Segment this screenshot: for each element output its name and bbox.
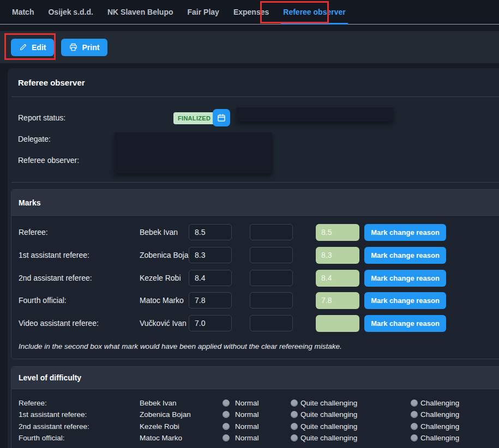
redaction-bar <box>236 107 393 122</box>
second-mark-input[interactable] <box>250 224 293 240</box>
option-normal-label: Normal <box>235 421 259 432</box>
edit-button[interactable]: Edit <box>11 39 54 56</box>
official-name: Kezele Robi <box>140 421 179 432</box>
radio-quite-challenging[interactable] <box>291 411 298 418</box>
second-mark-input[interactable] <box>250 292 293 308</box>
difficulty-row-fourth-official: Fourth official: Matoc Marko Normal Quit… <box>11 432 499 444</box>
radio-challenging[interactable] <box>411 411 418 418</box>
marks-row-referee: Referee: Bebek Ivan 8.5 Mark change reas… <box>11 224 499 241</box>
calendar-button[interactable] <box>213 109 230 126</box>
delegate-label: Delegate: <box>18 130 51 148</box>
option-quite-challenging-label: Quite challenging <box>300 432 357 444</box>
tab-bar: Match Osijek s.d.d. NK Slaven Belupo Fai… <box>0 0 499 25</box>
radio-challenging[interactable] <box>411 423 418 430</box>
official-name: Bebek Ivan <box>140 224 178 241</box>
mark-input[interactable] <box>189 315 232 331</box>
difficulty-row-referee: Referee: Bebek Ivan Normal Quite challen… <box>11 397 499 409</box>
mark-input[interactable] <box>189 224 232 240</box>
status-badge: FINALIZED <box>173 112 215 124</box>
official-name: Zobenica Bojan <box>140 247 193 264</box>
mark-input[interactable] <box>189 292 232 308</box>
redaction-box <box>115 132 272 173</box>
final-mark-box: 8.5 <box>316 224 359 241</box>
pencil-icon <box>19 43 27 51</box>
final-mark-box <box>316 315 359 332</box>
official-name: Vučković Ivan <box>140 315 187 332</box>
tab-expenses[interactable]: Expenses <box>232 0 270 25</box>
difficulty-card: Level of difficulty Referee: Bebek Ivan … <box>11 366 499 448</box>
marks-note: Include in the second box what mark woul… <box>19 342 342 350</box>
marks-title: Marks <box>19 198 40 207</box>
marks-row-fourth-official: Fourth official: Matoc Marko 7.8 Mark ch… <box>11 292 499 309</box>
edit-button-label: Edit <box>32 43 46 52</box>
marks-header: Marks <box>11 190 499 216</box>
option-quite-challenging-label: Quite challenging <box>300 397 357 409</box>
calendar-icon <box>217 113 226 123</box>
option-challenging-label: Challenging <box>420 397 459 409</box>
role-label: Fourth official: <box>19 432 65 444</box>
radio-normal[interactable] <box>223 434 230 441</box>
final-mark-box: 8.3 <box>316 247 359 264</box>
option-normal-label: Normal <box>235 432 259 444</box>
marks-row-video-assistant: Video assistant referee: Vučković Ivan M… <box>11 315 499 332</box>
mark-input[interactable] <box>189 270 232 286</box>
mark-change-reason-button[interactable]: Mark change reason <box>364 270 446 287</box>
radio-quite-challenging[interactable] <box>291 423 298 430</box>
option-normal-label: Normal <box>235 397 259 409</box>
radio-challenging[interactable] <box>411 399 418 407</box>
toolbar: Edit Print <box>0 31 499 63</box>
mark-change-reason-button[interactable]: Mark change reason <box>364 224 446 241</box>
second-mark-input[interactable] <box>250 270 293 286</box>
official-name: Zobenica Bojan <box>140 409 191 420</box>
role-label: 1st assistant referee: <box>19 409 87 420</box>
print-button-label: Print <box>82 43 99 52</box>
radio-normal[interactable] <box>223 411 230 418</box>
referee-observer-card: Referee observer Report status: FINALIZE… <box>8 68 499 448</box>
print-button[interactable]: Print <box>61 39 107 56</box>
second-mark-input[interactable] <box>250 247 293 263</box>
tab-referee-observer[interactable]: Referee observer <box>282 0 346 25</box>
difficulty-row-2nd-assistant: 2nd assistant referee: Kezele Robi Norma… <box>11 421 499 432</box>
radio-normal[interactable] <box>223 399 230 407</box>
mark-change-reason-button[interactable]: Mark change reason <box>364 315 446 332</box>
official-name: Kezele Robi <box>140 270 181 287</box>
difficulty-header: Level of difficulty <box>11 367 499 389</box>
official-name: Matoc Marko <box>140 292 184 309</box>
printer-icon <box>69 43 77 51</box>
role-label: 2nd assistant referee: <box>19 270 92 287</box>
official-name: Bebek Ivan <box>140 397 177 409</box>
option-challenging-label: Challenging <box>420 409 459 420</box>
role-label: 1st assistant referee: <box>19 247 89 264</box>
mark-change-reason-button[interactable]: Mark change reason <box>364 247 446 264</box>
mark-input[interactable] <box>189 247 232 263</box>
role-label: Fourth official: <box>19 292 67 309</box>
role-label: Video assistant referee: <box>19 315 99 332</box>
final-mark-box: 7.8 <box>316 292 359 309</box>
difficulty-title: Level of difficulty <box>19 373 81 382</box>
divider <box>11 96 499 97</box>
marks-row-1st-assistant: 1st assistant referee: Zobenica Bojan 8.… <box>11 247 499 264</box>
role-label: 2nd assistant referee: <box>19 421 89 432</box>
second-mark-input[interactable] <box>250 315 293 331</box>
option-challenging-label: Challenging <box>420 432 459 444</box>
option-quite-challenging-label: Quite challenging <box>300 409 357 420</box>
report-status-label: Report status: <box>18 109 65 126</box>
mark-change-reason-button[interactable]: Mark change reason <box>364 292 446 309</box>
radio-quite-challenging[interactable] <box>291 399 298 407</box>
final-mark-box: 8.4 <box>316 270 359 287</box>
tab-nk-slaven-belupo[interactable]: NK Slaven Belupo <box>106 0 175 25</box>
referee-observer-label: Referee observer: <box>18 152 79 169</box>
radio-normal[interactable] <box>223 423 230 430</box>
option-quite-challenging-label: Quite challenging <box>300 421 357 432</box>
card-title: Referee observer <box>18 78 85 87</box>
divider <box>11 182 499 183</box>
difficulty-row-1st-assistant: 1st assistant referee: Zobenica Bojan No… <box>11 409 499 420</box>
radio-challenging[interactable] <box>411 434 418 441</box>
marks-row-2nd-assistant: 2nd assistant referee: Kezele Robi 8.4 M… <box>11 270 499 287</box>
tab-osijek[interactable]: Osijek s.d.d. <box>47 0 94 25</box>
tab-match[interactable]: Match <box>11 0 35 25</box>
radio-quite-challenging[interactable] <box>291 434 298 441</box>
role-label: Referee: <box>19 397 47 409</box>
tab-fair-play[interactable]: Fair Play <box>187 0 220 25</box>
option-normal-label: Normal <box>235 409 259 420</box>
